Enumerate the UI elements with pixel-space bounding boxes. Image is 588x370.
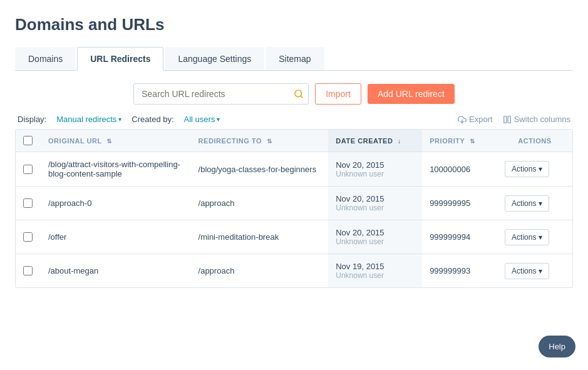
th-redirecting-to[interactable]: REDIRECTING TO ⇅ <box>191 130 329 152</box>
th-date-created[interactable]: DATE CREATED ↓ <box>328 130 422 152</box>
row-checkbox-3[interactable] <box>23 266 33 275</box>
original-url-value: /about-megan <box>48 266 98 275</box>
chevron-down-icon-2: ▾ <box>217 116 220 123</box>
manual-redirects-filter[interactable]: Manual redirects ▾ <box>56 115 121 124</box>
th-redirecting-to-label: REDIRECTING TO <box>199 137 262 145</box>
import-button[interactable]: Import <box>315 83 361 105</box>
th-actions: ACTIONS <box>497 130 572 152</box>
date-created-cell: Nov 20, 2015 Unknown user <box>328 187 422 220</box>
export-link[interactable]: Export <box>458 115 493 124</box>
priority-value: 999999994 <box>430 232 470 242</box>
page-title: Domains and URLs <box>15 15 573 34</box>
actions-label: Actions <box>512 199 536 208</box>
date-value: Nov 20, 2015 <box>336 194 415 203</box>
search-input[interactable] <box>133 83 309 105</box>
redirecting-to-value: /approach <box>199 266 235 275</box>
row-checkbox-cell <box>16 187 41 220</box>
manual-redirects-label: Manual redirects <box>56 115 116 124</box>
switch-columns-label: Switch columns <box>514 115 570 124</box>
sort-icon-redirecting: ⇅ <box>267 138 272 145</box>
actions-cell: Actions ▾ <box>497 152 572 187</box>
tab-domains[interactable]: Domains <box>15 47 76 70</box>
th-original-url[interactable]: ORIGINAL URL ⇅ <box>41 130 191 152</box>
search-icon-button[interactable] <box>294 89 304 99</box>
original-url-value: /offer <box>48 232 66 242</box>
user-value: Unknown user <box>336 237 415 246</box>
chevron-down-icon: ▾ <box>118 116 121 123</box>
actions-label: Actions <box>512 267 536 275</box>
display-label: Display: <box>18 115 46 124</box>
tab-language-settings[interactable]: Language Settings <box>165 47 264 70</box>
search-wrapper <box>133 83 309 105</box>
date-created-cell: Nov 20, 2015 Unknown user <box>328 152 422 187</box>
row-checkbox-cell <box>16 254 41 288</box>
original-url-cell: /about-megan <box>41 254 191 288</box>
original-url-value: /blog/attract-visitors-with-compelling-b… <box>48 160 180 178</box>
date-created-cell: Nov 19, 2015 Unknown user <box>328 254 422 288</box>
priority-cell: 100000006 <box>422 152 497 187</box>
actions-button-0[interactable]: Actions ▾ <box>505 161 549 177</box>
redirecting-to-cell: /approach <box>191 187 329 220</box>
filter-row: Display: Manual redirects ▾ Created by: … <box>15 115 573 124</box>
row-checkbox-0[interactable] <box>23 165 33 174</box>
actions-chevron-icon: ▾ <box>539 267 542 275</box>
original-url-value: /approach-0 <box>48 198 91 208</box>
table-header-row: ORIGINAL URL ⇅ REDIRECTING TO ⇅ DATE CRE… <box>16 130 572 152</box>
export-icon <box>458 115 467 124</box>
row-checkbox-cell <box>16 152 41 187</box>
help-button[interactable]: Help <box>539 336 575 357</box>
table-row: /offer /mini-meditation-break Nov 20, 20… <box>16 220 572 254</box>
actions-button-2[interactable]: Actions ▾ <box>505 229 549 245</box>
table-row: /blog/attract-visitors-with-compelling-b… <box>16 152 572 187</box>
actions-label: Actions <box>512 165 536 173</box>
actions-cell: Actions ▾ <box>497 187 572 220</box>
priority-cell: 999999993 <box>422 254 497 288</box>
table-row: /approach-0 /approach Nov 20, 2015 Unkno… <box>16 187 572 220</box>
toolbar: Import Add URL redirect <box>15 83 573 105</box>
export-label: Export <box>469 115 493 124</box>
user-value: Unknown user <box>336 271 415 280</box>
date-value: Nov 19, 2015 <box>336 262 415 271</box>
tab-url-redirects[interactable]: URL Redirects <box>77 47 163 71</box>
table-row: /about-megan /approach Nov 19, 2015 Unkn… <box>16 254 572 288</box>
redirecting-to-value: /blog/yoga-classes-for-beginners <box>199 165 317 174</box>
th-date-created-label: DATE CREATED <box>336 137 393 145</box>
th-original-url-label: ORIGINAL URL <box>48 137 102 145</box>
users-filter[interactable]: All users ▾ <box>184 115 220 124</box>
search-icon <box>294 89 304 99</box>
select-all-checkbox[interactable] <box>23 136 33 145</box>
users-label: All users <box>184 115 215 124</box>
priority-value: 100000006 <box>430 165 470 174</box>
filter-right: Export Switch columns <box>458 115 570 124</box>
priority-cell: 999999995 <box>422 187 497 220</box>
add-url-redirect-button[interactable]: Add URL redirect <box>368 84 455 104</box>
row-checkbox-2[interactable] <box>23 232 33 242</box>
th-priority-label: PRIORITY <box>430 137 465 145</box>
actions-label: Actions <box>512 233 536 242</box>
switch-columns-link[interactable]: Switch columns <box>503 115 570 124</box>
th-checkbox[interactable] <box>16 130 41 152</box>
url-redirects-table: ORIGINAL URL ⇅ REDIRECTING TO ⇅ DATE CRE… <box>15 129 573 288</box>
tab-bar: Domains URL Redirects Language Settings … <box>15 47 573 71</box>
actions-button-3[interactable]: Actions ▾ <box>505 263 549 279</box>
svg-line-1 <box>301 96 302 98</box>
actions-cell: Actions ▾ <box>497 220 572 254</box>
original-url-cell: /blog/attract-visitors-with-compelling-b… <box>41 152 191 187</box>
priority-value: 999999993 <box>430 266 470 275</box>
created-by-label: Created by: <box>132 115 173 124</box>
th-priority[interactable]: PRIORITY ⇅ <box>422 130 497 152</box>
priority-cell: 999999994 <box>422 220 497 254</box>
redirecting-to-cell: /approach <box>191 254 329 288</box>
row-checkbox-1[interactable] <box>23 198 33 208</box>
filter-left: Display: Manual redirects ▾ Created by: … <box>18 115 220 124</box>
th-actions-label: ACTIONS <box>518 137 551 145</box>
row-checkbox-cell <box>16 220 41 254</box>
original-url-cell: /offer <box>41 220 191 254</box>
sort-icon-date: ↓ <box>398 138 401 145</box>
user-value: Unknown user <box>336 203 415 212</box>
date-created-cell: Nov 20, 2015 Unknown user <box>328 220 422 254</box>
actions-button-1[interactable]: Actions ▾ <box>505 195 549 212</box>
tab-sitemap[interactable]: Sitemap <box>266 47 324 70</box>
columns-icon <box>503 115 512 124</box>
redirecting-to-cell: /blog/yoga-classes-for-beginners <box>191 152 329 187</box>
